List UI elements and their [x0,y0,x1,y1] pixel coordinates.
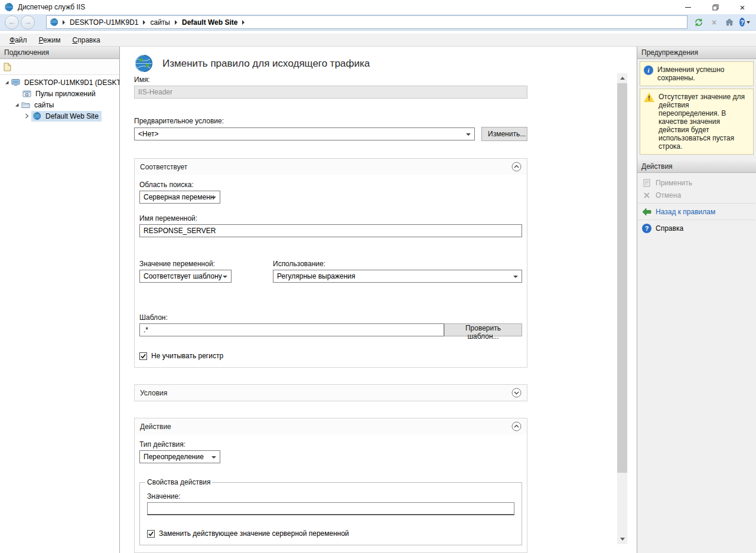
using-label: Использование: [273,260,522,268]
scroll-down-icon [620,538,625,541]
edit-outbound-rule-form: Изменить правило для исходящего трафика … [134,54,527,553]
tree-item-default-web-site[interactable]: Default Web Site [0,110,119,122]
replace-value-label: Заменить действующее значение серверной … [159,529,349,538]
action-type-select[interactable]: Переопределение [139,450,220,463]
breadcrumb-item-server[interactable]: DESKTOP-U1MK9D1 [67,17,141,28]
action-section-header[interactable]: Действие [135,418,527,434]
tree-item-server[interactable]: DESKTOP-U1MK9D1 (DESKTOI [0,77,119,88]
alerts-area: i Изменения успешно сохранены. ! Отсутст… [637,59,756,161]
breadcrumb-item-sites[interactable]: сайты [148,17,172,28]
home-icon[interactable] [724,17,735,28]
right-panel: Предупреждения i Изменения успешно сохра… [637,47,756,553]
collapse-icon[interactable] [511,162,522,172]
rule-name-input [134,86,527,99]
close-icon: × [740,3,745,12]
caption-buttons: × [674,0,756,14]
expand-icon[interactable] [511,388,522,398]
action-type-label: Тип действия: [139,440,522,449]
breadcrumb-item-default-web-site[interactable]: Default Web Site [180,17,240,28]
match-section-header[interactable]: Соответствует [135,159,527,175]
scope-select[interactable]: Серверная переменн [139,191,220,204]
match-section: Соответствует Область поиска: Серверная … [134,158,527,368]
iis-manager-window: Диспетчер служб IIS × ← → DESKTOP-U1MK9D… [0,0,756,553]
expander-expanded-icon[interactable] [3,79,10,86]
window-title: Диспетчер служб IIS [18,3,85,11]
restore-button[interactable] [702,0,729,14]
match-section-title: Соответствует [140,163,511,171]
tree-selection: Default Web Site [31,111,102,122]
forward-arrow-icon: → [24,18,32,27]
forward-button[interactable]: → [21,15,35,30]
close-button[interactable]: × [729,0,756,14]
variable-name-label: Имя переменной: [139,214,522,222]
using-value: Регулярные выражения [277,272,356,280]
breadcrumb: DESKTOP-U1MK9D1 сайты Default Web Site [46,15,687,29]
alert-info-text: Изменения успешно сохранены. [657,66,750,82]
collapse-icon[interactable] [511,421,522,431]
edit-precondition-button[interactable]: Изменить... [481,127,527,141]
main-area: Подключения DESKTOP-U1MK9D1 (DESKTOI [0,47,756,553]
alerts-header: Предупреждения [637,47,756,59]
conditions-section: Условия [134,384,527,401]
scrollbar-thumb[interactable] [617,83,627,473]
pattern-input[interactable] [139,323,444,336]
back-to-rules-label: Назад к правилам [656,208,715,216]
sites-folder-icon [21,101,30,109]
tree-item-label: Default Web Site [44,112,100,121]
actions-header: Действия [637,161,756,173]
connections-tree: DESKTOP-U1MK9D1 (DESKTOI Пулы приложений [0,75,119,122]
app-icon [4,2,14,12]
checkmark-icon [148,531,154,537]
refresh-icon[interactable] [693,17,704,28]
actions-separator [638,220,755,220]
page-globe-icon [134,54,154,73]
minimize-button[interactable] [674,0,702,14]
tree-item-label: сайты [32,100,56,110]
expander-collapsed-icon[interactable] [23,113,30,120]
test-pattern-button[interactable]: Проверить шаблон... [444,323,522,336]
new-connection-icon[interactable] [3,63,12,71]
tree-item-app-pools[interactable]: Пулы приложений [0,88,119,99]
using-select[interactable]: Регулярные выражения [273,270,522,283]
app-pools-icon [22,90,31,98]
breadcrumb-separator-icon [63,20,65,25]
action-value-input[interactable] [147,502,514,515]
back-to-rules-icon [642,208,651,216]
ignore-case-label: Не учитывать регистр [151,352,223,360]
action-section-title: Действие [140,423,511,431]
back-to-rules-action[interactable]: Назад к правилам [637,205,756,218]
expander-expanded-icon[interactable] [13,102,20,109]
conditions-section-title: Условия [140,389,511,397]
ignore-case-row: Не учитывать регистр [139,352,522,360]
menu-file[interactable]: Файл [4,34,33,46]
conditions-section-header[interactable]: Условия [135,385,527,401]
title-bar: Диспетчер служб IIS × [0,0,756,14]
replace-value-row: Заменить действующее значение серверной … [147,529,514,538]
breadcrumb-globe-icon [50,18,58,27]
action-properties-group: Свойства действия Значение: Заменить дей… [139,478,522,545]
help-menu-button[interactable]: ? [739,17,750,28]
site-globe-icon [32,112,41,120]
connections-panel: Подключения DESKTOP-U1MK9D1 (DESKTOI [0,47,120,553]
help-icon: ? [739,18,745,27]
menu-view[interactable]: Режим [33,34,67,46]
help-label: Справка [656,224,683,233]
replace-value-checkbox[interactable] [147,530,155,538]
precondition-select[interactable]: <Нет> [134,127,475,140]
chevron-down-icon [747,21,750,24]
ignore-case-checkbox[interactable] [139,352,147,360]
stop-icon[interactable]: × [709,17,719,28]
variable-value-select[interactable]: Соответствует шаблону [139,270,232,283]
variable-name-input[interactable] [139,224,522,237]
vertical-scrollbar[interactable] [617,73,627,544]
help-action[interactable]: ? Справка [637,222,756,235]
feature-page: Изменить правило для исходящего трафика … [120,47,637,553]
tree-item-sites[interactable]: сайты [0,99,119,110]
menu-help[interactable]: Справка [67,34,106,46]
scroll-down-button[interactable] [617,534,627,544]
scroll-up-button[interactable] [617,73,627,83]
minimize-icon [685,7,691,8]
computer-icon [11,78,20,87]
scope-value: Серверная переменн [144,193,214,201]
back-button[interactable]: ← [5,15,19,30]
